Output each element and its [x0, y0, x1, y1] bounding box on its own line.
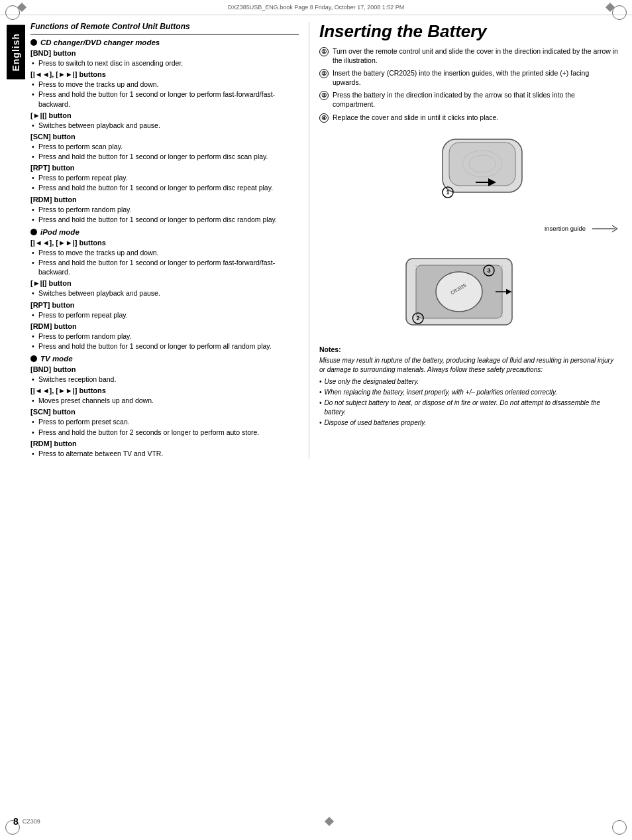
- notes-bullet-2: Do not subject battery to heat, or dispo…: [319, 398, 619, 417]
- rpt-label-cd: [RPT] button: [30, 164, 299, 172]
- subsection-tv: TV mode: [30, 355, 299, 363]
- step-3: ③ Press the battery in the direction ind…: [319, 90, 619, 109]
- step-4-num: ④: [319, 113, 329, 123]
- english-tab: English: [7, 25, 25, 80]
- bullet-circle-ipod: [30, 229, 37, 235]
- step-4: ④ Replace the cover and slide in until i…: [319, 113, 619, 123]
- prev-next-label-ipod: [|◄◄], [►►|] buttons: [30, 239, 299, 247]
- play-pause-label-ipod: [►||] button: [30, 279, 299, 287]
- rpt-cd-item0: Press to perform repeat play.: [30, 173, 299, 182]
- step-2-num: ②: [319, 69, 329, 78]
- rdm-cd-item1: Press and hold the button for 1 second o…: [30, 215, 299, 224]
- rpt-ipod-item0: Press to perform repeat play.: [30, 310, 299, 320]
- scn-label-cd: [SCN] button: [30, 133, 299, 141]
- page-container: DXZ385USB_ENG.book Page 8 Friday, Octobe…: [0, 0, 632, 840]
- footer-code: CZ309: [23, 818, 40, 825]
- subsection-ipod: iPod mode: [30, 228, 299, 236]
- rpt-cd-item1: Press and hold the button for 1 second o…: [30, 183, 299, 192]
- svg-rect-1: [449, 143, 515, 186]
- bullet-circle-tv: [30, 355, 37, 362]
- rdm-tv-item0: Press to alternate between TV and VTR.: [30, 449, 299, 458]
- diagram-1-svg: 1: [403, 133, 535, 212]
- insertion-guide-label: Insertion guide: [545, 225, 586, 232]
- svg-text:3: 3: [487, 267, 490, 274]
- step-2: ② Insert the battery (CR2025) into the i…: [319, 68, 619, 87]
- inserting-title: Inserting the Battery: [319, 22, 619, 41]
- prev-next-ipod-item0: Press to move the tracks up and down.: [30, 248, 299, 257]
- rdm-cd-item0: Press to perform random play.: [30, 205, 299, 214]
- svg-text:2: 2: [416, 315, 419, 322]
- scn-cd-item1: Press and hold the button for 1 second o…: [30, 152, 299, 161]
- bullet-circle-cd: [30, 39, 37, 46]
- scn-cd-item0: Press to perform scan play.: [30, 142, 299, 151]
- subsection-cd-title: CD changer/DVD changer modes: [40, 38, 160, 46]
- step-3-text: Press the battery in the direction indic…: [333, 90, 619, 109]
- bnd-cd-item0: Press to switch to next disc in ascendin…: [30, 58, 299, 68]
- step-3-num: ③: [319, 91, 329, 100]
- footer: 8 CZ309: [0, 816, 632, 827]
- rpt-label-ipod: [RPT] button: [30, 301, 299, 309]
- play-pause-label-cd: [►||] button: [30, 111, 299, 119]
- subsection-ipod-title: iPod mode: [40, 228, 79, 236]
- prev-next-ipod-item1: Press and hold the button for 1 second o…: [30, 258, 299, 276]
- play-pause-ipod-item0: Switches between playback and pause.: [30, 288, 299, 298]
- diagram-2-svg: CR2025 2 3: [393, 245, 545, 338]
- prev-next-tv-item0: Moves preset channels up and down.: [30, 396, 299, 405]
- prev-next-cd-item0: Press to move the tracks up and down.: [30, 80, 299, 89]
- content-area: English Functions of Remote Control Unit…: [0, 15, 632, 465]
- rdm-ipod-item1: Press and hold the button for 1 second o…: [30, 341, 299, 351]
- prev-next-label-tv: [|◄◄], [►►|] buttons: [30, 387, 299, 394]
- footer-page-number: 8: [13, 816, 19, 827]
- footer-diamond: [325, 817, 334, 826]
- left-column: Functions of Remote Control Unit Buttons…: [30, 22, 309, 459]
- prev-next-cd-item1: Press and hold the button for 1 second o…: [30, 90, 299, 108]
- header-filename: DXZ385USB_ENG.book Page 8 Friday, Octobe…: [30, 4, 602, 11]
- step-1-text: Turn over the remote control unit and sl…: [333, 46, 619, 65]
- step-1-num: ①: [319, 47, 329, 56]
- diagram-area: 1 Insertion guide: [319, 133, 619, 338]
- rdm-ipod-item0: Press to perform random play.: [30, 331, 299, 341]
- notes-bullet-1: When replacing the battery, insert prope…: [319, 388, 619, 397]
- insertion-guide-line: [592, 222, 619, 235]
- step-1: ① Turn over the remote control unit and …: [319, 46, 619, 65]
- right-column: Inserting the Battery ① Turn over the re…: [309, 22, 619, 459]
- play-pause-cd-item0: Switches between playback and pause.: [30, 121, 299, 130]
- scn-tv-item1: Press and hold the button for 2 seconds …: [30, 428, 299, 437]
- rdm-label-cd: [RDM] button: [30, 196, 299, 204]
- section-divider: [30, 34, 299, 34]
- svg-text:1: 1: [446, 189, 449, 196]
- prev-next-label-cd: [|◄◄], [►►|] buttons: [30, 70, 299, 78]
- notes-title: Notes:: [319, 345, 619, 355]
- subsection-cd: CD changer/DVD changer modes: [30, 38, 299, 46]
- bnd-label-cd: [BND] button: [30, 49, 299, 57]
- step-4-text: Replace the cover and slide in until it …: [333, 113, 498, 123]
- insertion-guide-container: Insertion guide: [319, 222, 619, 235]
- subsection-tv-title: TV mode: [40, 355, 73, 363]
- svg-point-9: [436, 272, 482, 312]
- bnd-tv-item0: Switches reception band.: [30, 375, 299, 384]
- notes-section: Notes: Misuse may result in rupture of t…: [319, 345, 619, 428]
- notes-intro: Misuse may result in rupture of the batt…: [319, 356, 619, 375]
- scn-label-tv: [SCN] button: [30, 408, 299, 416]
- section-title: Functions of Remote Control Unit Buttons: [30, 22, 299, 31]
- rdm-label-ipod: [RDM] button: [30, 322, 299, 330]
- step-2-text: Insert the battery (CR2025) into the ins…: [333, 68, 619, 87]
- notes-bullet-0: Use only the designated battery.: [319, 377, 619, 387]
- header-bar: DXZ385USB_ENG.book Page 8 Friday, Octobe…: [0, 0, 632, 15]
- rdm-label-tv: [RDM] button: [30, 440, 299, 448]
- bnd-label-tv: [BND] button: [30, 365, 299, 373]
- scn-tv-item0: Press to perform preset scan.: [30, 417, 299, 426]
- notes-bullet-3: Dispose of used batteries properly.: [319, 418, 619, 428]
